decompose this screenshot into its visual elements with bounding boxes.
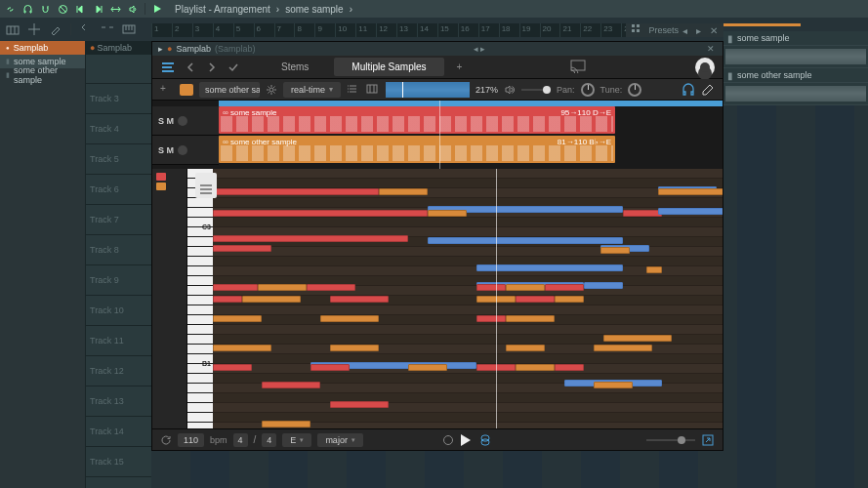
timesig-den[interactable]: 4: [262, 433, 276, 447]
midi-note[interactable]: [658, 208, 723, 215]
ruler-tick[interactable]: 7: [274, 23, 295, 37]
midi-note[interactable]: [213, 188, 379, 195]
scale-dropdown[interactable]: major: [317, 433, 363, 447]
midi-note[interactable]: [310, 364, 350, 371]
track-row[interactable]: Track 5: [86, 144, 151, 175]
pan-knob[interactable]: [581, 83, 595, 97]
midi-note[interactable]: [584, 282, 623, 289]
ruler-tick[interactable]: 23: [600, 23, 621, 37]
grid-view-icon[interactable]: [631, 23, 644, 37]
play-icon[interactable]: [151, 3, 163, 15]
ruler-tick[interactable]: 20: [540, 23, 560, 37]
ruler-tick[interactable]: 4: [213, 23, 233, 37]
midi-note[interactable]: [379, 188, 428, 195]
right-clip-waveform[interactable]: [723, 46, 868, 67]
midi-note[interactable]: [320, 315, 379, 322]
forward-icon[interactable]: [205, 61, 219, 74]
track-row[interactable]: Track 9: [86, 265, 151, 296]
lane-knob[interactable]: [178, 145, 187, 155]
file-drop-icon[interactable]: [195, 173, 217, 198]
solo-mute-label[interactable]: S M: [158, 145, 174, 155]
sidebar-item[interactable]: some other sample: [0, 68, 85, 82]
right-clip-item[interactable]: ▮some other sample: [723, 68, 868, 82]
ruler-tick[interactable]: 18: [499, 23, 519, 37]
track-row[interactable]: Track 4: [86, 114, 151, 144]
magnet-icon[interactable]: [39, 3, 51, 15]
midi-note[interactable]: [213, 364, 252, 371]
check-icon[interactable]: [227, 61, 240, 74]
track-row[interactable]: Track 12: [86, 356, 151, 386]
win-next-icon[interactable]: ▸: [480, 44, 485, 54]
zoom-percent[interactable]: 217%: [475, 85, 498, 95]
presets-label[interactable]: Presets: [648, 25, 679, 35]
snap-off-icon[interactable]: [57, 3, 68, 15]
link-icon[interactable]: [4, 3, 16, 15]
waveform-preview[interactable]: [386, 82, 470, 98]
layer-chip-red[interactable]: [156, 173, 166, 181]
playhead[interactable]: [439, 101, 440, 169]
audio-clip[interactable]: some other sample 81→110 B♭→E: [219, 136, 615, 163]
midi-note[interactable]: [330, 296, 389, 303]
midi-note[interactable]: [428, 210, 467, 217]
midi-note[interactable]: [476, 264, 623, 271]
volume-slider[interactable]: [521, 89, 551, 91]
brush-icon[interactable]: [49, 22, 62, 36]
midi-note[interactable]: [555, 364, 584, 371]
midi-note[interactable]: [213, 315, 262, 322]
columns-icon[interactable]: [366, 83, 380, 97]
preset-next-icon[interactable]: ▸: [696, 25, 706, 35]
midi-note[interactable]: [213, 345, 271, 351]
track-row[interactable]: Track 6: [86, 175, 151, 205]
tempo-input[interactable]: 110: [178, 433, 204, 447]
sidebar-header[interactable]: Samplab: [0, 41, 85, 55]
window-close-icon[interactable]: ✕: [710, 25, 720, 35]
crosshair-icon[interactable]: [27, 22, 41, 36]
loop-marker[interactable]: [723, 23, 801, 26]
midi-note[interactable]: [213, 296, 242, 303]
speaker-icon[interactable]: [127, 3, 139, 15]
ruler-tick[interactable]: 11: [355, 23, 376, 37]
ruler-tick[interactable]: 14: [417, 23, 437, 37]
back-icon[interactable]: [184, 61, 197, 74]
midi-note[interactable]: [330, 401, 389, 408]
track-row[interactable]: Track 14: [86, 417, 151, 447]
playhead[interactable]: [496, 169, 497, 428]
track-row[interactable]: Track 15: [86, 447, 151, 477]
menu-icon[interactable]: [160, 60, 176, 75]
midi-note[interactable]: [213, 245, 271, 252]
refresh-icon[interactable]: [160, 434, 172, 446]
edit-icon[interactable]: [701, 83, 715, 97]
ruler-tick[interactable]: 6: [254, 23, 274, 37]
midi-note[interactable]: [658, 188, 723, 195]
midi-note[interactable]: [600, 247, 630, 254]
preset-prev-icon[interactable]: ◂: [682, 25, 692, 35]
tab-add-icon[interactable]: +: [452, 60, 468, 75]
grid-icon[interactable]: [6, 22, 20, 36]
midi-note[interactable]: [307, 284, 355, 291]
midi-note[interactable]: [262, 421, 310, 427]
layer-chip-orange[interactable]: [156, 183, 166, 190]
ruler-tick[interactable]: 21: [559, 23, 580, 37]
menu-arrow-icon[interactable]: ▸: [158, 44, 163, 54]
record-button[interactable]: [443, 435, 453, 445]
headphones-icon[interactable]: [682, 83, 695, 97]
midi-note[interactable]: [242, 296, 301, 303]
midi-note[interactable]: [623, 210, 662, 217]
track-row[interactable]: Track 10: [86, 296, 151, 326]
zoom-slider[interactable]: [646, 439, 695, 441]
midi-note[interactable]: [213, 235, 408, 242]
midi-note[interactable]: [506, 315, 555, 322]
headphones-icon[interactable]: [21, 3, 33, 15]
note-grid[interactable]: [213, 169, 723, 428]
tune-knob[interactable]: [628, 83, 641, 97]
ruler-tick[interactable]: 8: [294, 23, 314, 37]
skip-back-icon[interactable]: [74, 3, 86, 15]
ruler-tick[interactable]: 19: [519, 23, 540, 37]
window-titlebar[interactable]: ▸ ● Samplab (Samplab) ◂ ▸ ✕: [152, 42, 723, 56]
track-row[interactable]: Track 8: [86, 235, 151, 265]
ruler-tick[interactable]: 9: [314, 23, 335, 37]
win-prev-icon[interactable]: ◂: [474, 44, 478, 54]
dash-icon[interactable]: [101, 22, 114, 36]
popout-icon[interactable]: [701, 433, 715, 447]
solo-mute-label[interactable]: S M: [158, 116, 174, 126]
